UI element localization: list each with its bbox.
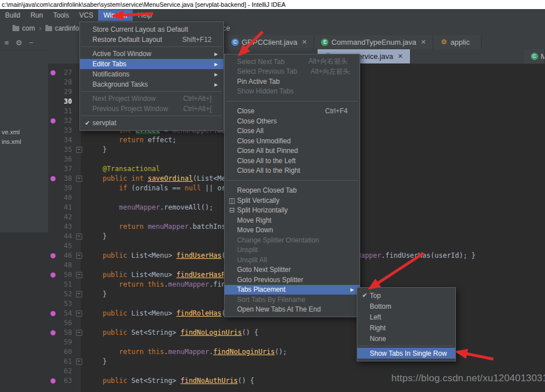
fold-icon[interactable]	[75, 328, 83, 338]
menu-item[interactable]: Editor Tabs	[80, 59, 223, 69]
tab-label: CommandTypeEnum.java	[331, 38, 416, 46]
menu-item-label: Right	[370, 324, 386, 332]
fold-icon[interactable]	[75, 232, 83, 241]
fold-icon[interactable]	[75, 376, 83, 386]
menu-item[interactable]: Sort Tabs By Filename	[225, 295, 360, 305]
menu-item[interactable]	[225, 96, 360, 106]
line-number: 60	[57, 347, 75, 357]
fold-icon[interactable]	[75, 241, 83, 251]
editor-tab[interactable]: ⚙ applic	[433, 35, 481, 49]
menu-item[interactable]: Reopen Closed Tab	[225, 186, 360, 196]
menu-item[interactable]: Pin Active Tab	[225, 76, 360, 87]
menu-item[interactable]: None	[357, 333, 455, 344]
menu-item[interactable]: Close All but Pinned	[225, 146, 360, 156]
project-file-item[interactable]: ins.xml	[0, 137, 48, 147]
menu-item[interactable]: Unsplit	[225, 245, 360, 255]
menu-item[interactable]: Close All to the Right	[225, 166, 360, 176]
menubar-item[interactable]: Run	[26, 10, 48, 21]
fold-icon[interactable]	[75, 299, 83, 309]
code-token: .findUserHas(userId); }	[381, 252, 475, 259]
menubar-item[interactable]: Help	[133, 10, 157, 21]
fold-icon[interactable]	[75, 193, 83, 203]
fold-icon[interactable]	[75, 367, 83, 376]
fold-icon[interactable]	[75, 222, 83, 232]
menu-item[interactable]: Close All to the Left	[225, 156, 360, 166]
fold-icon[interactable]	[75, 145, 83, 155]
menu-item[interactable]	[225, 176, 360, 186]
menu-item[interactable]: Goto Next Splitter	[225, 265, 360, 275]
fold-icon[interactable]	[75, 251, 83, 261]
menu-item[interactable]: Show Tabs In Single Row	[357, 348, 455, 359]
menu-item-label: Move Right	[237, 216, 272, 224]
menu-item[interactable]	[80, 90, 223, 93]
menu-item[interactable]: Top	[357, 290, 455, 301]
menubar-item[interactable]: VCS	[74, 10, 99, 21]
editor-tab[interactable]: C GRPCClient.java	[225, 35, 314, 49]
menu-item[interactable]: Goto Previous Splitter	[225, 275, 360, 285]
menu-item[interactable]: Bottom	[357, 301, 455, 312]
menu-item[interactable]: Move Down	[225, 225, 360, 236]
gutter-marker-icon	[48, 270, 57, 280]
menu-item[interactable]: Close Ctrl+F4	[225, 106, 360, 117]
menu-item[interactable]	[80, 114, 223, 118]
code-token: () {	[238, 377, 254, 385]
menu-item[interactable]: Previous Project Window Ctrl+Alt+[	[80, 104, 223, 114]
menu-item[interactable]: Next Project Window Ctrl+Alt+]	[80, 93, 223, 104]
menu-item[interactable]: servplat	[80, 118, 223, 128]
menubar-item[interactable]: Build	[0, 10, 26, 21]
menu-item-shortcut: Ctrl+Alt+]	[170, 95, 212, 103]
fold-icon[interactable]	[75, 135, 83, 145]
menu-item[interactable]: Split Vertically	[225, 195, 360, 206]
menu-item[interactable]: Show Hidden Tabs	[225, 87, 360, 97]
hide-panel-icon[interactable]: −	[29, 39, 33, 47]
fold-icon[interactable]	[75, 318, 83, 328]
menu-item[interactable]: Store Current Layout as Default	[80, 24, 223, 35]
options-icon[interactable]: ≡	[5, 39, 9, 47]
fold-icon[interactable]	[75, 212, 83, 222]
menu-item[interactable]: Right	[357, 322, 455, 333]
fold-icon[interactable]	[75, 203, 83, 212]
menu-item[interactable]: Select Next Tab Alt+向右箭头	[225, 57, 360, 67]
menu-item[interactable]: Open New Tabs At The End	[225, 305, 360, 315]
menu-item[interactable]: Close All	[225, 126, 360, 137]
menu-item[interactable]: Move Right	[225, 215, 360, 225]
menu-item[interactable]: Select Previous Tab Alt+向左箭头	[225, 67, 360, 77]
menubar-item[interactable]: Tools	[48, 10, 74, 21]
fold-icon[interactable]	[75, 347, 83, 357]
project-file-item[interactable]: ve.xml	[0, 127, 48, 137]
fold-icon[interactable]	[75, 280, 83, 289]
fold-icon[interactable]	[75, 261, 83, 270]
fold-icon[interactable]	[75, 184, 83, 193]
menu-item[interactable]: Active Tool Window	[80, 49, 223, 59]
breadcrumb-item[interactable]: com	[12, 24, 45, 32]
menu-item[interactable]: Background Tasks	[80, 79, 223, 90]
menu-item[interactable]: Change Splitter Orientation	[225, 235, 360, 245]
tab-close-icon[interactable]	[421, 39, 426, 46]
editor-tab[interactable]: E CommandTypeEnum.java	[314, 35, 433, 49]
menu-item[interactable]	[80, 45, 223, 49]
code-token: public	[103, 309, 127, 317]
menu-item[interactable]: Left	[357, 312, 455, 322]
tab-close-icon[interactable]	[302, 39, 307, 46]
gutter-marker-icon	[48, 106, 57, 116]
menu-item[interactable]: Restore Default Layout Shift+F12	[80, 35, 223, 45]
fold-icon[interactable]	[75, 164, 83, 174]
menubar-item[interactable]: Window	[98, 10, 133, 21]
fold-icon[interactable]	[75, 357, 83, 367]
tab-close-icon[interactable]	[398, 53, 403, 60]
menu-item[interactable]: Close Others	[225, 116, 360, 126]
menu-item[interactable]: Tabs Placement	[225, 285, 360, 295]
menu-item[interactable]	[357, 344, 455, 348]
editor-tab[interactable]: C Menu	[524, 49, 545, 63]
fold-icon[interactable]	[75, 309, 83, 318]
fold-icon[interactable]	[75, 338, 83, 347]
menu-item[interactable]: Notifications	[80, 69, 223, 79]
fold-icon[interactable]	[75, 289, 83, 299]
settings-icon[interactable]: ⚙	[16, 39, 23, 47]
menu-item[interactable]: Split Horizontally	[225, 206, 360, 216]
menu-item[interactable]: Unsplit All	[225, 255, 360, 265]
fold-icon[interactable]	[75, 270, 83, 280]
menu-item[interactable]: Close Unmodified	[225, 136, 360, 146]
fold-icon[interactable]	[75, 155, 83, 164]
fold-icon[interactable]	[75, 174, 83, 184]
